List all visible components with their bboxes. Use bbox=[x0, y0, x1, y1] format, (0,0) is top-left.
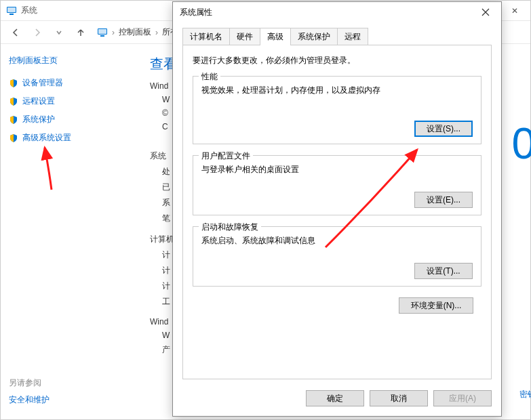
tab-advanced[interactable]: 高级 bbox=[260, 28, 291, 45]
environment-variables-button[interactable]: 环境变量(N)... bbox=[399, 297, 473, 314]
group-legend: 用户配置文件 bbox=[199, 150, 253, 162]
sidebar-footer-header: 另请参阅 bbox=[9, 377, 50, 389]
sidebar-item-label: 远程设置 bbox=[22, 96, 55, 107]
dialog-footer: 确定 取消 应用(A) bbox=[173, 385, 501, 416]
group-legend: 启动和故障恢复 bbox=[199, 222, 261, 233]
pc-icon bbox=[6, 5, 17, 16]
group-description: 系统启动、系统故障和调试信息 bbox=[201, 235, 473, 247]
system-properties-dialog: 系统属性 计算机名 硬件 高级 系统保护 远程 要进行大多数更改，你必须作为管理… bbox=[172, 1, 502, 417]
sidebar-item-label: 系统保护 bbox=[22, 114, 55, 125]
nav-up-button[interactable] bbox=[71, 24, 90, 41]
startup-recovery-group: 启动和故障恢复 系统启动、系统故障和调试信息 设置(T)... bbox=[193, 226, 481, 287]
sidebar-home-link[interactable]: 控制面板主页 bbox=[9, 55, 128, 66]
close-button[interactable]: ✕ bbox=[499, 1, 530, 21]
user-profiles-group: 用户配置文件 与登录帐户相关的桌面设置 设置(E)... bbox=[193, 155, 481, 215]
dialog-title: 系统属性 bbox=[180, 7, 212, 18]
shield-icon bbox=[9, 97, 18, 106]
dialog-close-button[interactable] bbox=[470, 2, 501, 22]
performance-settings-button[interactable]: 设置(S)... bbox=[414, 121, 473, 137]
nav-forward-button[interactable] bbox=[28, 24, 47, 41]
sidebar-item-system-protection[interactable]: 系统保护 bbox=[9, 114, 128, 125]
breadcrumb-item[interactable]: 控制面板 bbox=[119, 26, 151, 38]
apply-button[interactable]: 应用(A) bbox=[433, 390, 492, 406]
window-title: 系统 bbox=[21, 5, 37, 16]
svg-rect-5 bbox=[100, 35, 104, 37]
dialog-titlebar: 系统属性 bbox=[173, 2, 501, 22]
group-description: 视觉效果，处理器计划，内存使用，以及虚拟内存 bbox=[201, 85, 473, 96]
tab-system-protection[interactable]: 系统保护 bbox=[290, 28, 338, 45]
performance-group: 性能 视觉效果，处理器计划，内存使用，以及虚拟内存 设置(S)... bbox=[193, 76, 481, 144]
group-legend: 性能 bbox=[199, 71, 220, 83]
sidebar: 控制面板主页 设备管理器 远程设置 系统保护 高级系统设置 另请参阅 安全和维护 bbox=[1, 44, 136, 419]
tab-computer-name[interactable]: 计算机名 bbox=[182, 28, 230, 45]
sidebar-item-advanced-settings[interactable]: 高级系统设置 bbox=[9, 132, 128, 144]
windows-10-logo-fragment: 0 bbox=[511, 119, 531, 169]
svg-rect-4 bbox=[98, 29, 106, 34]
startup-settings-button[interactable]: 设置(T)... bbox=[414, 263, 473, 279]
nav-dropdown-button[interactable] bbox=[50, 24, 68, 41]
shield-icon bbox=[9, 79, 18, 88]
user-profiles-settings-button[interactable]: 设置(E)... bbox=[414, 192, 473, 208]
chevron-right-icon: › bbox=[112, 28, 115, 37]
svg-rect-1 bbox=[7, 7, 16, 12]
shield-icon bbox=[9, 115, 18, 125]
group-description: 与登录帐户相关的桌面设置 bbox=[201, 164, 473, 175]
sidebar-item-label: 高级系统设置 bbox=[22, 132, 71, 144]
tab-remote[interactable]: 远程 bbox=[337, 28, 368, 45]
sidebar-item-label: 设备管理器 bbox=[22, 77, 63, 89]
sidebar-item-remote-settings[interactable]: 远程设置 bbox=[9, 96, 128, 107]
sidebar-item-device-manager[interactable]: 设备管理器 bbox=[9, 77, 128, 89]
shield-icon bbox=[9, 133, 18, 143]
pc-icon bbox=[97, 27, 108, 38]
tab-hardware[interactable]: 硬件 bbox=[229, 28, 260, 45]
dialog-tabs: 计算机名 硬件 高级 系统保护 远程 bbox=[173, 22, 501, 45]
sidebar-footer-link[interactable]: 安全和维护 bbox=[9, 395, 50, 404]
ok-button[interactable]: 确定 bbox=[306, 390, 364, 406]
product-key-link-fragment[interactable]: 密钥 bbox=[519, 389, 531, 400]
svg-rect-2 bbox=[9, 14, 14, 15]
dialog-content: 要进行大多数更改，你必须作为管理员登录。 性能 视觉效果，处理器计划，内存使用，… bbox=[182, 45, 492, 379]
admin-note: 要进行大多数更改，你必须作为管理员登录。 bbox=[193, 55, 481, 66]
nav-back-button[interactable] bbox=[6, 24, 25, 41]
chevron-right-icon: › bbox=[155, 28, 158, 37]
cancel-button[interactable]: 取消 bbox=[370, 390, 428, 406]
